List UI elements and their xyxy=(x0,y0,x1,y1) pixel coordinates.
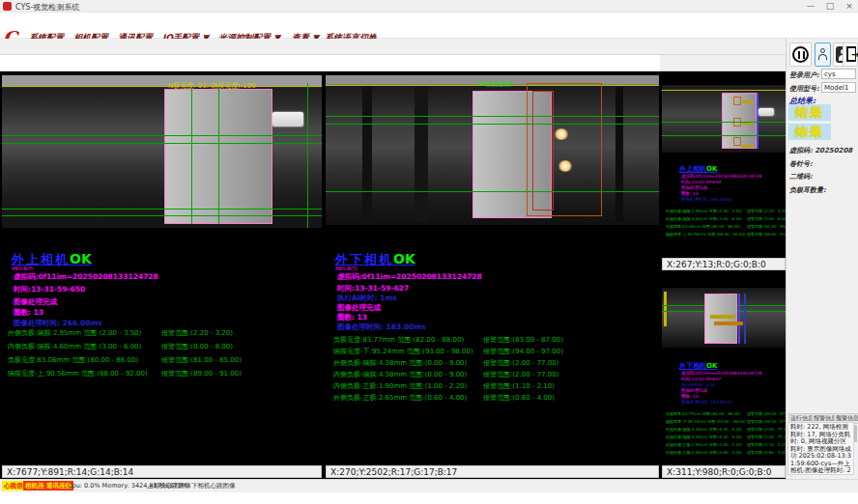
login-user-input[interactable]: cys xyxy=(821,69,856,79)
ng-bottom-alarm-5: 报警范围:(0.60 - 4.00) xyxy=(747,450,787,455)
user-icon xyxy=(820,48,825,53)
tab-count-label: 负极耳数量: xyxy=(789,185,826,195)
ng-bottom-aitime: 执行AI耗时: 1ms xyxy=(681,382,715,387)
barcode-value-label: 虚拟码: 20250208 xyxy=(789,146,852,155)
mid-overlay-label: AI检测数量 xyxy=(478,79,512,89)
left-green-hline-1 xyxy=(2,135,322,136)
mid-alarm-4: 报警范围:(1.10 - 2.10) xyxy=(483,381,555,391)
left-mes-label: MES:B(T) xyxy=(12,266,34,271)
left-camera-image[interactable]: N极宽度: 93. 隔膜宽度(:100 xyxy=(2,75,322,228)
ng-bottom-status: 图像处理完成 xyxy=(681,388,707,393)
left-coordinate-bar: X:7677;Y:891;R:14;G:14;B:14 xyxy=(2,465,322,478)
mid-green-hline-3 xyxy=(326,191,659,192)
exit-arrow-icon: → xyxy=(851,49,858,60)
ng-bottom-alarm-4: 报警范围:(1.10 - 2.10) xyxy=(747,442,787,447)
ng-top-alarm-1: 报警范围:(0.00 - 8.00) xyxy=(747,216,787,221)
main-content: N极宽度: 93. 隔膜宽度(:100 外上相机OK MES:B(T) 虚拟码:… xyxy=(0,71,786,479)
middle-camera-image[interactable]: AI检测数量 xyxy=(326,75,659,225)
menu-bar: C 系统配置 相机配置 通讯配置 IO手配置 ▼ 光源控制配置 ▼ 查看 ▼ 系… xyxy=(0,13,858,39)
left-camera-title-text: 外上相机 xyxy=(12,252,70,266)
tab-strip: 运行图像 xyxy=(0,39,858,55)
user-switch-button[interactable] xyxy=(815,42,831,67)
ng-top-connector xyxy=(758,108,774,116)
ng-bottom-image[interactable] xyxy=(662,288,786,348)
log-textarea[interactable]: 耗时: 222, 网络检测耗时: 17, 网络分类耗时: 0, 网络视频分区耗时… xyxy=(787,422,854,475)
mid-dark-slot-3 xyxy=(615,87,623,222)
close-icon[interactable]: × xyxy=(843,1,856,11)
left-green-vline-3 xyxy=(307,83,308,228)
middle-camera-view[interactable]: AI检测数量 外下相机OK MES:B(T) 虚拟码:0f11im=202502… xyxy=(326,71,659,479)
mid-alarm-3: 报警范围:(2.00 - 77.00) xyxy=(483,370,558,379)
app-window: CYS-视觉检测系统 — □ × C 系统配置 相机配置 通讯配置 IO手配置 … xyxy=(0,0,858,504)
left-time: 时间:13-31-59-650 xyxy=(14,285,85,294)
left-meas-2: 负极宽度:83.06mm 范围:(80.00 - 86.00) xyxy=(8,355,138,365)
ng-bottom-cell-block xyxy=(704,294,737,344)
mid-ai-time: 执行AI耗时: 1ms xyxy=(337,294,397,303)
ng-bottom-meas-5: 外侧负极-正极:2.65mm 范围:(0.60 - 4.00) xyxy=(666,450,742,455)
mid-meas-0: 负极宽度:83.77mm 范围:(82.00 - 88.00) xyxy=(333,335,464,345)
ng-top-meas-1: 内侧负极-隔膜:4.60mm 范围:(3.00 - 6.00) xyxy=(666,216,742,221)
ng-bottom-barcode: 虚拟码:0f11im=20250208133124728 xyxy=(681,371,761,376)
mid-glow-spot-2 xyxy=(558,160,573,172)
result-badge-upper: 结果 xyxy=(788,104,831,121)
ng-top-title-text: 外上相机 xyxy=(679,165,706,173)
ng-bottom-blue-line-2 xyxy=(744,294,746,344)
ng-bottom-turns: 圈数: 13 xyxy=(681,394,699,399)
mid-meas-1: 隔膜宽度-下:95.24mm 范围:(93.00 - 98.00) xyxy=(333,347,473,356)
ng-bottom-meas-1: 隔膜宽度-下:95.24mm 范围:(93.00 - 98.00) xyxy=(666,419,746,424)
left-meas-0: 外侧负极-隔膜:2.95mm 范围:(2.00 - 3.50) xyxy=(8,328,141,338)
mid-meas-5: 外侧负极-正极:2.65mm 范围:(0.60 - 4.00) xyxy=(333,393,467,403)
ng-top-ylabel-1 xyxy=(742,100,754,103)
log-scrollbar[interactable] xyxy=(854,425,857,442)
ng-top-ptime: 图像处理时间: 266.00ms xyxy=(681,197,731,202)
ng-bottom-ylabel-2 xyxy=(714,322,743,325)
ng-top-blue-line xyxy=(757,93,758,149)
mid-time: 时间:13-31-59-627 xyxy=(337,284,409,294)
ng-top-time: 时间:13-31-59-650 xyxy=(681,180,721,184)
ng-top-alarm-0: 报警范围:(2.20 - 3.20) xyxy=(747,209,787,213)
mid-dark-slot-2 xyxy=(415,87,428,222)
model-input[interactable]: Model1 xyxy=(821,82,856,93)
mid-orange-rect-inner xyxy=(532,91,554,210)
upper-cam-heartbeat[interactable]: 上相机心跳图像 xyxy=(147,482,191,490)
mid-alarm-2: 报警范围:(2.00 - 77.00) xyxy=(483,358,558,368)
mid-coordinate-bar: X:270;Y:2502;R:17;G:17;B:17 xyxy=(326,465,659,478)
lower-cam-heartbeat[interactable]: 下相机心跳图像 xyxy=(191,482,236,490)
model-label: 使用型号: xyxy=(789,84,819,94)
mid-process-time: 图像处理时间: 183.00ms xyxy=(337,322,426,332)
mid-meas-4: 内侧负极-正极:1.90mm 范围:(1.00 - 2.20) xyxy=(333,381,467,391)
left-turns: 圈数: 13 xyxy=(14,308,43,318)
window-title: CYS-视觉检测系统 xyxy=(15,2,79,13)
mid-meas-3: 内侧负极-隔膜:4.38mm 范围:(0.00 - 9.00) xyxy=(333,370,467,379)
ng-top-green-hline-2 xyxy=(662,135,786,136)
title-bar: CYS-视觉检测系统 — □ × xyxy=(0,0,858,13)
ng-bottom-meas-0: 负极宽度:83.77mm 范围:(82.00 - 88.00) xyxy=(666,411,740,416)
maximize-icon[interactable]: □ xyxy=(823,1,837,11)
pause-button[interactable] xyxy=(789,42,812,67)
ng-top-meas-0: 外侧负极-隔膜:2.95mm 范围:(2.00 - 3.50) xyxy=(666,209,742,213)
result-badge-lower: 结果 xyxy=(788,124,831,140)
ng-bottom-view[interactable]: 外下相机OK 虚拟码:0f11im=20250208133124728 时间:1… xyxy=(662,272,786,479)
exit-button[interactable]: → xyxy=(843,42,858,67)
ng-top-title: 外上相机OK xyxy=(679,164,717,174)
ng-bottom-alarm-2: 报警范围:(2.00 - 77.00) xyxy=(747,427,790,432)
left-camera-view[interactable]: N极宽度: 93. 隔膜宽度(:100 外上相机OK MES:B(T) 虚拟码:… xyxy=(2,71,322,479)
ng-top-coordinate-bar: X:267;Y:13;R:0;G:0;B:0 xyxy=(662,258,786,270)
ng-top-barcode: 虚拟码:0f11im=20250208133124728 xyxy=(681,174,761,179)
ng-bottom-coordinate-bar: X:311;Y:980;R:0;G:0;B:0 xyxy=(662,465,786,478)
left-green-vline-2 xyxy=(218,89,219,224)
ng-bottom-title-text: 外下相机 xyxy=(679,362,706,370)
ng-top-turns: 圈数: 13 xyxy=(681,191,699,196)
left-status: 图像处理完成 xyxy=(14,297,57,307)
mid-dark-slot-1 xyxy=(362,87,372,222)
left-green-vline-1 xyxy=(191,89,192,224)
left-green-hline-2 xyxy=(2,143,322,144)
mid-barcode: 虚拟码:0f11im=20250208133124728 xyxy=(337,272,482,282)
ng-top-status: 图像处理完成 xyxy=(681,185,707,190)
mid-status: 图像处理完成 xyxy=(337,303,381,313)
mid-result-ok: OK xyxy=(393,251,415,266)
minimize-icon[interactable]: — xyxy=(804,1,817,11)
ng-top-view[interactable]: 外上相机OK 虚拟码:0f11im=20250208133124728 时间:1… xyxy=(662,71,786,270)
ng-top-yellow-line xyxy=(662,90,786,91)
ng-top-image[interactable] xyxy=(662,85,786,153)
